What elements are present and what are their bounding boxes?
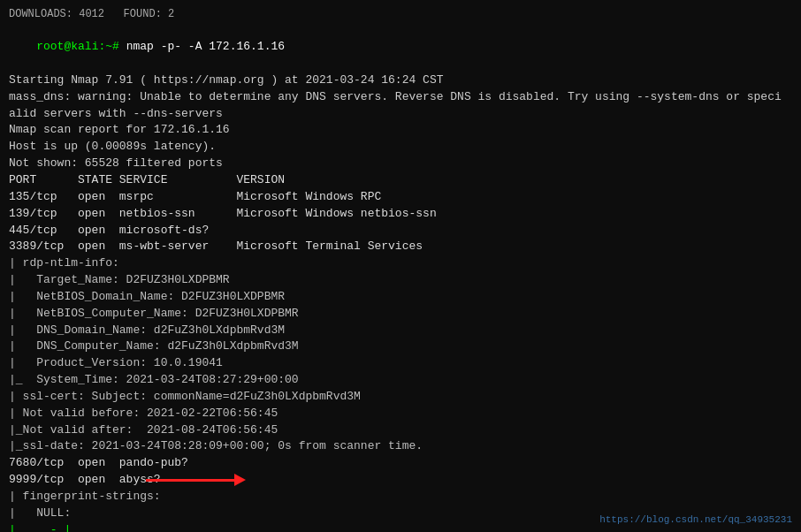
prompt-line: root@kali:~# nmap -p- -A 172.16.1.16: [9, 22, 792, 72]
port-9999-container: 9999/tcp open abyss?: [9, 472, 792, 489]
port-3389: 3389/tcp open ms-wbt-server Microsoft Te…: [9, 239, 792, 255]
output-line-4: Nmap scan report for 172.16.1.16: [9, 122, 792, 139]
ssl-date: |_ssl-date: 2021-03-24T08:28:09+00:00; 0…: [9, 438, 792, 455]
scrolled-line: DOWNLOADS: 4012 FOUND: 2: [9, 7, 792, 22]
rdp-netbios-computer: | NetBIOS_Computer_Name: D2FUZ3H0LXDPBMR: [9, 306, 792, 323]
command-text: nmap -p- -A 172.16.1.16: [126, 40, 285, 53]
watermark-text: https://blog.csdn.net/qq_34935231: [599, 514, 792, 525]
output-line-3: alid servers with --dns-servers: [9, 106, 792, 123]
arrow-annotation: [146, 474, 246, 486]
terminal-window: DOWNLOADS: 4012 FOUND: 2 root@kali:~# nm…: [0, 0, 801, 532]
output-line-5: Host is up (0.00089s latency).: [9, 139, 792, 156]
rdp-target: | Target_Name: D2FUZ3H0LXDPBMR: [9, 272, 792, 289]
table-header: PORT STATE SERVICE VERSION: [9, 172, 792, 189]
output-line-6: Not shown: 65528 filtered ports: [9, 156, 792, 172]
port-9999: 9999/tcp open abyss?: [9, 472, 161, 489]
port-135: 135/tcp open msrpc Microsoft Windows RPC: [9, 189, 792, 206]
rdp-netbios-domain: | NetBIOS_Domain_Name: D2FUZ3H0LXDPBMR: [9, 289, 792, 306]
rdp-info-header: | rdp-ntlm-info:: [9, 255, 792, 272]
ssl-not-after: |_Not valid after: 2021-08-24T06:56:45: [9, 422, 792, 439]
ssl-cert: | ssl-cert: Subject: commonName=d2FuZ3h0…: [9, 389, 792, 406]
rdp-product-version: | Product_Version: 10.0.19041: [9, 355, 792, 372]
port-7680: 7680/tcp open pando-pub?: [9, 455, 792, 472]
output-line-1: Starting Nmap 7.91 ( https://nmap.org ) …: [9, 72, 792, 89]
output-line-2: mass_dns: warning: Unable to determine a…: [9, 89, 792, 106]
arrow-line: [146, 479, 234, 482]
rdp-system-time: |_ System_Time: 2021-03-24T08:27:29+00:0…: [9, 372, 792, 389]
rdp-dns-computer: | DNS_Computer_Name: d2FuZ3h0LXdpbmRvd3M: [9, 338, 792, 355]
ssl-not-before: | Not valid before: 2021-02-22T06:56:45: [9, 406, 792, 422]
fingerprint-header: | fingerprint-strings:: [9, 489, 792, 505]
port-139: 139/tcp open netbios-ssn Microsoft Windo…: [9, 206, 792, 223]
prompt-text: root@kali:~#: [36, 40, 126, 53]
port-445: 445/tcp open microsoft-ds?: [9, 223, 792, 239]
rdp-dns-domain: | DNS_Domain_Name: d2FuZ3h0LXdpbmRvd3M: [9, 323, 792, 339]
arrow-head-icon: [234, 474, 246, 486]
